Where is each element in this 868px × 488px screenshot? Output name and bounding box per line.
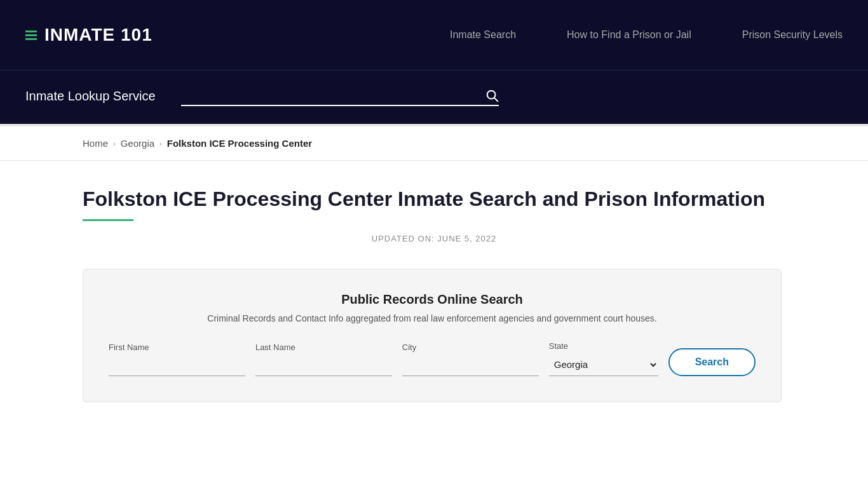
top-navigation: INMATE 101 Inmate Search How to Find a P… [0, 0, 868, 70]
first-name-input[interactable] [109, 355, 245, 376]
logo-icon [25, 30, 37, 40]
svg-line-1 [494, 98, 498, 101]
search-form: First Name Last Name City State Georgia … [109, 341, 756, 376]
city-field: City [402, 342, 539, 376]
state-field: State Georgia Alabama Alaska Arizona Cal… [549, 341, 658, 376]
search-input-wrap [181, 86, 499, 106]
search-icon [485, 88, 499, 102]
search-icon-button[interactable] [485, 88, 499, 102]
city-label: City [402, 342, 539, 352]
updated-text: UPDATED ON: JUNE 5, 2022 [83, 234, 785, 243]
search-button[interactable]: Search [668, 348, 756, 376]
breadcrumb-chevron-1: › [113, 140, 116, 147]
public-records-box: Public Records Online Search Criminal Re… [83, 269, 782, 402]
nav-links: Inmate Search How to Find a Prison or Ja… [450, 29, 843, 41]
last-name-input[interactable] [255, 355, 392, 376]
last-name-field: Last Name [255, 342, 392, 376]
first-name-label: First Name [109, 342, 245, 352]
breadcrumb-state[interactable]: Georgia [121, 138, 154, 149]
nav-security-levels[interactable]: Prison Security Levels [742, 29, 843, 40]
public-records-description: Criminal Records and Contact Info aggreg… [109, 313, 756, 323]
city-input[interactable] [402, 355, 539, 376]
main-content: Folkston ICE Processing Center Inmate Se… [0, 161, 868, 440]
breadcrumb: Home › Georgia › Folkston ICE Processing… [0, 126, 868, 161]
last-name-label: Last Name [255, 342, 392, 352]
nav-find-prison[interactable]: How to Find a Prison or Jail [567, 29, 691, 40]
logo-text: INMATE 101 [44, 25, 153, 45]
breadcrumb-home[interactable]: Home [83, 138, 108, 149]
logo-link[interactable]: INMATE 101 [25, 25, 153, 45]
state-select[interactable]: Georgia Alabama Alaska Arizona Californi… [549, 353, 658, 376]
title-underline [83, 219, 133, 221]
state-label: State [549, 341, 658, 351]
breadcrumb-chevron-2: › [159, 140, 162, 147]
nav-inmate-search[interactable]: Inmate Search [450, 29, 516, 40]
search-bar-section: Inmate Lookup Service [0, 70, 868, 124]
first-name-field: First Name [109, 342, 245, 376]
search-input[interactable] [181, 86, 499, 105]
public-records-title: Public Records Online Search [109, 292, 756, 307]
page-title: Folkston ICE Processing Center Inmate Se… [83, 186, 785, 213]
breadcrumb-current: Folkston ICE Processing Center [167, 138, 312, 149]
search-bar-label: Inmate Lookup Service [25, 89, 156, 104]
